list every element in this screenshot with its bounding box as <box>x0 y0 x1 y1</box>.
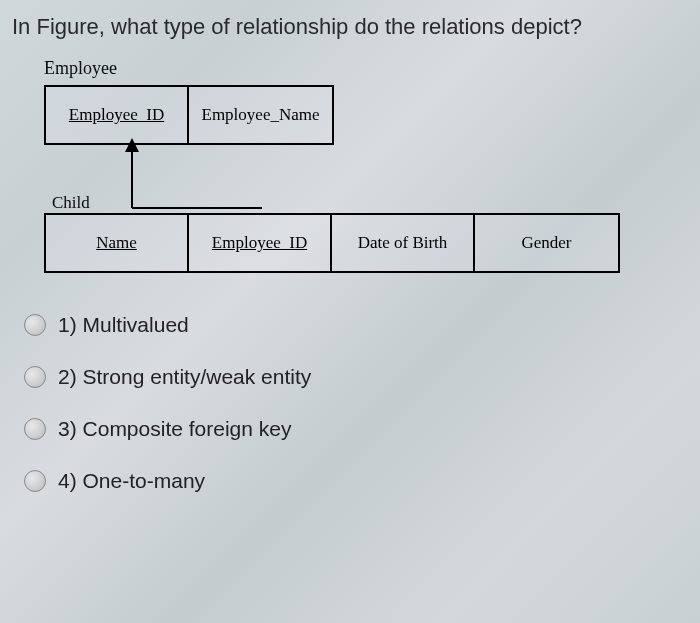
question-text: In Figure, what type of relationship do … <box>0 0 700 40</box>
option-2-text: 2) Strong entity/weak entity <box>58 365 311 389</box>
option-2[interactable]: 2) Strong entity/weak entity <box>24 365 700 389</box>
entity2-attr-2: Date of Birth <box>332 215 475 271</box>
radio-icon[interactable] <box>24 366 46 388</box>
entity1-attr-1: Employee_Name <box>189 87 332 143</box>
option-1-text: 1) Multivalued <box>58 313 189 337</box>
entity2-attr-3: Gender <box>475 215 618 271</box>
entity2-label: Child <box>52 193 700 213</box>
radio-icon[interactable] <box>24 470 46 492</box>
radio-icon[interactable] <box>24 314 46 336</box>
option-3[interactable]: 3) Composite foreign key <box>24 417 700 441</box>
entity1-label: Employee <box>44 58 700 79</box>
answer-options: 1) Multivalued 2) Strong entity/weak ent… <box>24 313 700 493</box>
option-4-text: 4) One-to-many <box>58 469 205 493</box>
radio-icon[interactable] <box>24 418 46 440</box>
entity2-attr-0: Name <box>46 215 189 271</box>
er-diagram: Employee Employee_ID Employee_Name Child… <box>44 58 700 273</box>
entity1-table: Employee_ID Employee_Name <box>44 85 334 145</box>
option-1[interactable]: 1) Multivalued <box>24 313 700 337</box>
option-4[interactable]: 4) One-to-many <box>24 469 700 493</box>
entity1-attr-0: Employee_ID <box>46 87 189 143</box>
entity2-table: Name Employee_ID Date of Birth Gender <box>44 213 620 273</box>
entity2-attr-1: Employee_ID <box>189 215 332 271</box>
option-3-text: 3) Composite foreign key <box>58 417 291 441</box>
